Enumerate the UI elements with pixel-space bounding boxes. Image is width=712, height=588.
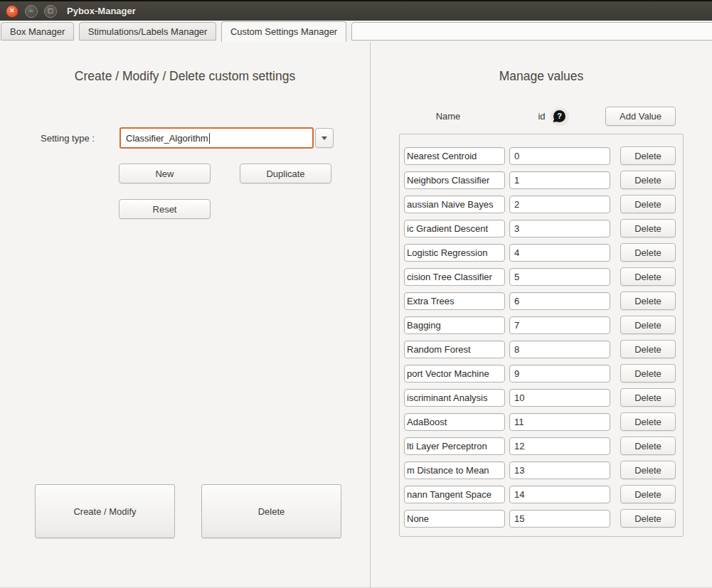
question-bubble-icon: ? xyxy=(553,110,565,122)
value-row: Delete xyxy=(404,410,683,434)
value-name-input[interactable] xyxy=(404,316,505,334)
value-id-input[interactable] xyxy=(509,268,610,286)
value-name-input[interactable] xyxy=(404,510,505,528)
chevron-down-icon xyxy=(322,137,327,140)
value-row: Delete xyxy=(404,144,683,168)
value-row: Delete xyxy=(404,506,683,530)
delete-value-button[interactable]: Delete xyxy=(620,509,676,528)
delete-value-button[interactable]: Delete xyxy=(620,267,676,286)
delete-value-button[interactable]: Delete xyxy=(620,412,676,431)
value-name-input[interactable] xyxy=(404,268,505,286)
value-name-input[interactable] xyxy=(404,292,505,310)
window-controls: ✕ – ▢ xyxy=(6,5,57,18)
setting-type-dropdown-button[interactable] xyxy=(315,128,334,148)
delete-value-button[interactable]: Delete xyxy=(620,485,676,503)
value-row: Delete xyxy=(404,289,683,313)
value-row: Delete xyxy=(404,458,683,482)
setting-type-value: Classifier_Algorithm xyxy=(126,133,208,144)
value-id-input[interactable] xyxy=(509,437,610,455)
delete-value-button[interactable]: Delete xyxy=(620,461,676,479)
value-id-input[interactable] xyxy=(509,486,610,503)
id-column-label: id xyxy=(538,111,545,122)
value-name-input[interactable] xyxy=(404,147,505,165)
delete-value-button[interactable]: Delete xyxy=(620,340,676,358)
maximize-icon: ▢ xyxy=(48,8,54,14)
delete-value-button[interactable]: Delete xyxy=(620,316,676,334)
delete-value-button[interactable]: Delete xyxy=(620,146,676,165)
tab-stimulations-labels-manager[interactable]: Stimulations/Labels Manager xyxy=(79,22,217,41)
create-modify-button[interactable]: Create / Modify xyxy=(35,484,175,538)
custom-settings-panel: Create / Modify / Delete custom settings… xyxy=(0,42,371,588)
value-id-input[interactable] xyxy=(509,413,610,431)
value-name-input[interactable] xyxy=(404,389,505,407)
name-column-header: Name xyxy=(398,111,499,122)
reset-button[interactable]: Reset xyxy=(119,199,211,219)
value-name-input[interactable] xyxy=(404,413,505,431)
value-row: Delete xyxy=(404,240,683,264)
delete-value-button[interactable]: Delete xyxy=(620,437,676,455)
tab-bar-filler xyxy=(351,22,712,41)
tab-custom-settings-manager[interactable]: Custom Settings Manager xyxy=(221,21,346,42)
tab-bar: Box Manager Stimulations/Labels Manager … xyxy=(0,21,712,42)
main-content: Create / Modify / Delete custom settings… xyxy=(0,42,712,588)
value-id-input[interactable] xyxy=(509,196,610,213)
value-row: Delete xyxy=(404,216,683,240)
setting-type-input[interactable]: Classifier_Algorithm xyxy=(119,127,314,149)
delete-value-button[interactable]: Delete xyxy=(620,364,676,383)
value-id-input[interactable] xyxy=(509,461,610,479)
setting-type-label: Setting type : xyxy=(41,133,95,144)
value-id-input[interactable] xyxy=(509,341,610,358)
value-id-input[interactable] xyxy=(509,316,610,334)
tab-box-manager[interactable]: Box Manager xyxy=(1,22,74,41)
value-id-input[interactable] xyxy=(509,365,610,383)
value-row: Delete xyxy=(404,168,683,192)
close-icon: ✕ xyxy=(9,8,15,14)
right-panel-heading: Manage values xyxy=(371,69,712,84)
value-id-input[interactable] xyxy=(509,220,610,237)
left-panel-heading: Create / Modify / Delete custom settings xyxy=(0,69,370,84)
value-name-input[interactable] xyxy=(404,196,505,213)
value-id-input[interactable] xyxy=(509,292,610,310)
value-row: Delete xyxy=(404,482,683,506)
value-name-input[interactable] xyxy=(404,341,505,358)
delete-value-button[interactable]: Delete xyxy=(620,243,676,262)
maximize-button[interactable]: ▢ xyxy=(44,5,57,18)
minimize-icon: – xyxy=(29,8,33,14)
value-id-input[interactable] xyxy=(509,244,610,262)
titlebar[interactable]: ✕ – ▢ Pybox-Manager xyxy=(0,0,712,21)
delete-setting-button[interactable]: Delete xyxy=(201,484,341,538)
delete-value-button[interactable]: Delete xyxy=(620,388,676,407)
delete-value-button[interactable]: Delete xyxy=(620,195,676,213)
value-name-input[interactable] xyxy=(404,486,505,503)
value-name-input[interactable] xyxy=(404,437,505,455)
close-button[interactable]: ✕ xyxy=(6,5,18,18)
value-name-input[interactable] xyxy=(404,171,505,189)
value-row: Delete xyxy=(404,264,683,289)
manage-values-panel: Manage values Name id ? Add Value Delete… xyxy=(371,42,712,588)
value-id-input[interactable] xyxy=(509,510,610,528)
delete-value-button[interactable]: Delete xyxy=(620,292,676,310)
value-name-input[interactable] xyxy=(404,244,505,262)
id-column-header: id ? xyxy=(503,107,604,126)
window-title: Pybox-Manager xyxy=(67,6,136,16)
delete-value-button[interactable]: Delete xyxy=(620,219,676,237)
value-row: Delete xyxy=(404,313,683,337)
value-row: Delete xyxy=(404,337,683,361)
value-name-input[interactable] xyxy=(404,461,505,479)
value-name-input[interactable] xyxy=(404,220,505,237)
value-row: Delete xyxy=(404,361,683,385)
add-value-button[interactable]: Add Value xyxy=(605,107,676,126)
value-row: Delete xyxy=(404,192,683,216)
text-caret xyxy=(209,133,210,144)
delete-value-button[interactable]: Delete xyxy=(620,171,676,189)
values-list: Delete Delete Delete Delete Delete Delet… xyxy=(399,134,684,537)
value-id-input[interactable] xyxy=(509,147,610,165)
new-button[interactable]: New xyxy=(119,164,211,183)
minimize-button[interactable]: – xyxy=(25,5,38,18)
value-row: Delete xyxy=(404,434,683,458)
id-help-icon[interactable]: ? xyxy=(551,107,569,126)
duplicate-button[interactable]: Duplicate xyxy=(240,164,331,183)
value-id-input[interactable] xyxy=(509,171,610,189)
value-name-input[interactable] xyxy=(404,365,505,383)
value-id-input[interactable] xyxy=(509,389,610,407)
